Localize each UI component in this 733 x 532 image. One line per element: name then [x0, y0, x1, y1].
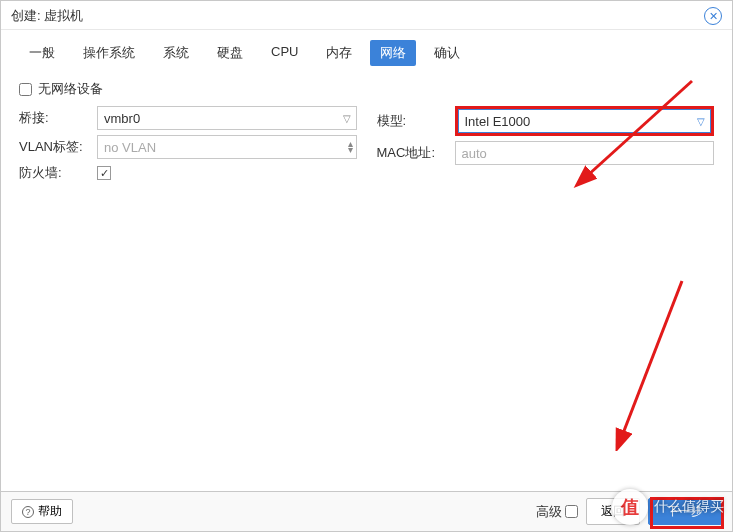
svg-line-1 — [622, 281, 682, 436]
tab-cpu[interactable]: CPU — [261, 40, 308, 66]
bridge-select[interactable]: vmbr0 — [97, 106, 357, 130]
dialog-title: 创建: 虚拟机 — [11, 7, 83, 25]
vlan-label: VLAN标签: — [19, 138, 97, 156]
tab-bar: 一般 操作系统 系统 硬盘 CPU 内存 网络 确认 — [1, 30, 732, 66]
bridge-field: 桥接: vmbr0 ▽ — [19, 106, 357, 130]
tab-confirm[interactable]: 确认 — [424, 40, 470, 66]
content-panel: 无网络设备 桥接: vmbr0 ▽ VLAN标签: — [1, 66, 732, 491]
close-icon[interactable]: ✕ — [704, 7, 722, 25]
mac-field: MAC地址: — [377, 141, 715, 165]
model-field: 模型: Intel E1000 ▽ — [377, 106, 715, 136]
advanced-checkbox[interactable] — [565, 505, 578, 518]
tab-system[interactable]: 系统 — [153, 40, 199, 66]
tab-memory[interactable]: 内存 — [316, 40, 362, 66]
tab-network[interactable]: 网络 — [370, 40, 416, 66]
vlan-input[interactable] — [97, 135, 357, 159]
mac-input[interactable] — [455, 141, 715, 165]
tab-os[interactable]: 操作系统 — [73, 40, 145, 66]
no-network-label: 无网络设备 — [38, 80, 103, 98]
left-column: 桥接: vmbr0 ▽ VLAN标签: ▴▾ — [19, 106, 357, 187]
model-label: 模型: — [377, 112, 455, 130]
vlan-field: VLAN标签: ▴▾ — [19, 135, 357, 159]
tab-disk[interactable]: 硬盘 — [207, 40, 253, 66]
advanced-toggle: 高级 — [536, 503, 578, 521]
annotation-arrow-icon — [582, 271, 702, 451]
mac-label: MAC地址: — [377, 144, 455, 162]
footer: ? 帮助 高级 返回 下一步 — [1, 491, 732, 531]
back-button[interactable]: 返回 — [586, 498, 640, 525]
firewall-checkbox[interactable]: ✓ — [97, 166, 111, 180]
right-column: 模型: Intel E1000 ▽ MAC地址: — [377, 106, 715, 187]
create-vm-dialog: 创建: 虚拟机 ✕ 一般 操作系统 系统 硬盘 CPU 内存 网络 确认 无网络… — [0, 0, 733, 532]
help-icon: ? — [22, 506, 34, 518]
bridge-label: 桥接: — [19, 109, 97, 127]
tab-general[interactable]: 一般 — [19, 40, 65, 66]
titlebar: 创建: 虚拟机 ✕ — [1, 1, 732, 30]
no-network-checkbox[interactable] — [19, 83, 32, 96]
firewall-field: 防火墙: ✓ — [19, 164, 357, 182]
advanced-label: 高级 — [536, 503, 562, 521]
model-select[interactable]: Intel E1000 — [458, 109, 712, 133]
firewall-label: 防火墙: — [19, 164, 97, 182]
help-button[interactable]: ? 帮助 — [11, 499, 73, 524]
no-network-row: 无网络设备 — [19, 80, 714, 98]
next-button[interactable]: 下一步 — [648, 498, 722, 525]
